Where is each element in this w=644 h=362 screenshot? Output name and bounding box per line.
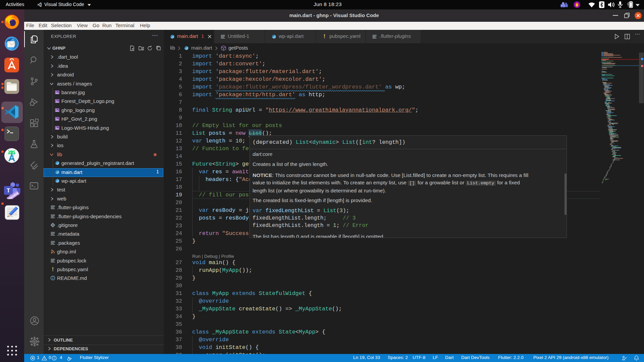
svg-text:T: T	[7, 187, 10, 194]
